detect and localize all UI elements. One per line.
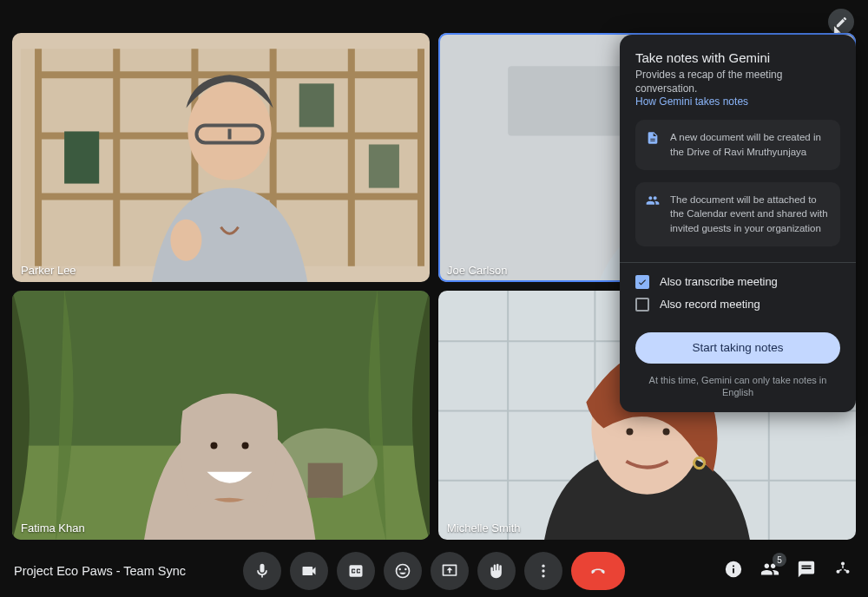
svg-point-50 bbox=[841, 562, 845, 566]
checkbox-unchecked-icon bbox=[635, 298, 649, 312]
participant-tile[interactable]: Parker Lee bbox=[12, 33, 430, 282]
take-notes-toggle-button[interactable] bbox=[828, 9, 854, 35]
microphone-icon bbox=[253, 562, 271, 580]
svg-rect-31 bbox=[308, 463, 343, 498]
checkbox-label: Also transcribe meeting bbox=[660, 275, 778, 288]
info-card-text: A new document will be created in the Dr… bbox=[670, 132, 821, 157]
record-checkbox-row[interactable]: Also record meeting bbox=[635, 298, 840, 312]
how-gemini-link[interactable]: How Gemini takes notes bbox=[635, 95, 840, 108]
call-controls bbox=[243, 552, 625, 590]
transcribe-checkbox-row[interactable]: Also transcribe meeting bbox=[635, 275, 840, 289]
chat-button[interactable] bbox=[797, 560, 816, 582]
svg-rect-13 bbox=[369, 144, 399, 187]
mic-button[interactable] bbox=[243, 552, 281, 590]
right-controls: 5 bbox=[724, 560, 852, 582]
present-button[interactable] bbox=[431, 552, 469, 590]
svg-rect-11 bbox=[64, 131, 99, 183]
people-share-icon bbox=[646, 194, 660, 207]
info-card-text: The document will be attached to the Cal… bbox=[670, 194, 828, 233]
meeting-title: Project Eco Paws - Team Sync bbox=[14, 564, 186, 578]
svg-point-33 bbox=[210, 443, 217, 449]
activities-icon bbox=[833, 560, 852, 579]
bottom-bar: Project Eco Paws - Team Sync bbox=[0, 545, 868, 597]
svg-point-48 bbox=[542, 569, 544, 572]
participant-video bbox=[12, 33, 430, 282]
svg-point-34 bbox=[242, 443, 249, 449]
svg-point-45 bbox=[663, 429, 670, 436]
start-taking-notes-button[interactable]: Start taking notes bbox=[635, 332, 840, 364]
raise-hand-icon bbox=[488, 562, 505, 580]
svg-point-49 bbox=[542, 574, 544, 577]
info-card-drive: A new document will be created in the Dr… bbox=[635, 120, 840, 169]
emoji-icon bbox=[394, 562, 411, 580]
info-icon bbox=[724, 560, 743, 579]
meeting-details-button[interactable] bbox=[724, 560, 743, 582]
divider bbox=[620, 262, 856, 263]
participant-name-label: Fatima Khan bbox=[21, 522, 85, 535]
info-card-calendar: The document will be attached to the Cal… bbox=[635, 182, 840, 246]
people-count-badge: 5 bbox=[773, 553, 786, 567]
svg-rect-12 bbox=[299, 83, 334, 127]
panel-footer-note: At this time, Gemini can only take notes… bbox=[635, 374, 840, 399]
checkbox-label: Also record meeting bbox=[660, 298, 760, 311]
reactions-button[interactable] bbox=[384, 552, 422, 590]
present-screen-icon bbox=[441, 562, 458, 580]
chat-icon bbox=[797, 560, 816, 579]
svg-point-44 bbox=[626, 429, 633, 436]
gemini-notes-panel: Take notes with Gemini Provides a recap … bbox=[620, 35, 856, 412]
end-call-button[interactable] bbox=[571, 552, 625, 590]
document-icon bbox=[646, 131, 660, 145]
svg-point-47 bbox=[542, 565, 544, 567]
closed-captions-icon bbox=[347, 562, 365, 580]
participant-tile[interactable]: Fatima Khan bbox=[12, 291, 430, 540]
hang-up-icon bbox=[589, 562, 607, 580]
svg-point-17 bbox=[170, 220, 201, 261]
pencil-sparkle-icon bbox=[835, 16, 848, 29]
checkbox-checked-icon bbox=[635, 275, 649, 289]
more-options-button[interactable] bbox=[524, 552, 562, 590]
participant-name-label: Parker Lee bbox=[21, 264, 76, 277]
more-vertical-icon bbox=[535, 562, 552, 580]
participant-name-label: Michelle Smith bbox=[447, 522, 521, 535]
camera-icon bbox=[300, 562, 318, 580]
activities-button[interactable] bbox=[833, 560, 852, 582]
participant-name-label: Joe Carlson bbox=[447, 264, 507, 277]
captions-button[interactable] bbox=[337, 552, 375, 590]
participant-video bbox=[12, 291, 430, 540]
raise-hand-button[interactable] bbox=[477, 552, 516, 590]
panel-title: Take notes with Gemini bbox=[635, 50, 840, 65]
camera-button[interactable] bbox=[290, 552, 328, 590]
panel-subtitle: Provides a recap of the meeting conversa… bbox=[635, 69, 840, 95]
people-button[interactable]: 5 bbox=[760, 560, 779, 582]
